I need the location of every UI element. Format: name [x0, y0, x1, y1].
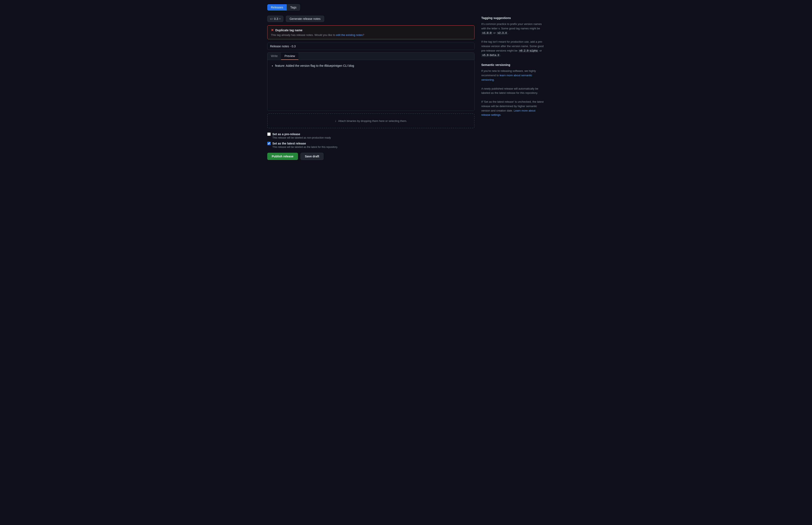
semantic-versioning-title: Semantic versioning — [481, 62, 545, 67]
latest-release-label-text: Set as the latest release — [272, 142, 306, 145]
tagging-paragraph-1: It's common practice to prefix your vers… — [481, 22, 545, 35]
publish-release-button[interactable]: Publish release — [267, 153, 298, 160]
checkbox-group: Set as a pre-release This release will b… — [267, 133, 475, 149]
tagging-p1-mid: or — [492, 31, 496, 34]
save-draft-button[interactable]: Save draft — [301, 153, 324, 160]
error-box: ✕ Duplicate tag name This tag already ha… — [267, 25, 475, 39]
pre-release-checkbox[interactable] — [267, 133, 271, 136]
tag-icon: 🏷 — [270, 17, 273, 20]
semantic-versioning-section: Semantic versioning If you're new to rel… — [481, 62, 545, 117]
attach-arrow-icon: ↓ — [335, 119, 336, 123]
editor-content: feature: Added the version flag to the t… — [267, 60, 474, 111]
editor-tab-preview[interactable]: Preview — [281, 52, 299, 60]
attach-text: Attach binaries by dropping them here or… — [338, 119, 407, 122]
tagging-paragraph-2: If the tag isn't meant for production us… — [481, 40, 545, 58]
semantic-paragraph-3: If 'Set as the latest release' is unchec… — [481, 100, 545, 117]
pre-release-description: This release will be labeled as non-prod… — [272, 136, 475, 139]
tagging-suggestions-title: Tagging suggestions — [481, 16, 545, 20]
tab-row: Releases Tags — [267, 4, 545, 11]
latest-release-label[interactable]: Set as the latest release — [267, 142, 475, 145]
editor-container: Write Preview feature: Added the version… — [267, 52, 475, 111]
semantic-paragraph-2: A newly published release will automatic… — [481, 87, 545, 95]
tagging-code3: v0.2.0-alpha — [518, 49, 539, 52]
tagging-code1: v1.0.0 — [481, 31, 492, 35]
right-sidebar: Tagging suggestions It's common practice… — [481, 16, 545, 122]
tagging-suggestions-section: Tagging suggestions It's common practice… — [481, 16, 545, 58]
latest-release-row: Set as the latest release This release w… — [267, 142, 475, 149]
tab-tags[interactable]: Tags — [287, 4, 300, 11]
latest-release-checkbox[interactable] — [267, 142, 271, 145]
list-item: feature: Added the version flag to the t… — [275, 63, 471, 68]
attach-binaries-area[interactable]: ↓ Attach binaries by dropping them here … — [267, 114, 475, 128]
latest-release-description: This release will be labeled as the late… — [272, 146, 475, 149]
pre-release-row: Set as a pre-release This release will b… — [267, 133, 475, 139]
tag-version-label: 0.3 — [274, 17, 278, 20]
error-title-text: Duplicate tag name — [275, 29, 302, 32]
error-description: This tag already has release notes. Woul… — [271, 33, 471, 36]
tagging-code2: v2.3.4 — [496, 31, 508, 35]
error-desc-end: ? — [363, 33, 364, 36]
editor-tab-row: Write Preview — [267, 52, 474, 60]
tab-releases[interactable]: Releases — [267, 4, 287, 11]
tag-row: 🏷 0.3 ▾ Generate release notes — [267, 16, 475, 22]
tagging-p1-start: It's common practice to prefix your vers… — [481, 22, 542, 30]
semantic-paragraph-1: If you're new to releasing software, we … — [481, 69, 545, 82]
pre-release-label-text: Set as a pre-release — [272, 133, 300, 136]
action-row: Publish release Save draft — [267, 153, 475, 160]
error-desc-start: This tag already has release notes. Woul… — [271, 33, 335, 36]
tagging-p1-end: . — [508, 31, 509, 34]
tag-selector[interactable]: 🏷 0.3 ▾ — [267, 16, 284, 22]
chevron-down-icon: ▾ — [279, 17, 280, 20]
error-x-icon: ✕ — [271, 28, 274, 32]
pre-release-label[interactable]: Set as a pre-release — [267, 133, 475, 136]
tagging-p2-end: . — [500, 54, 501, 57]
tagging-p2-mid: or — [539, 49, 542, 52]
tagging-code4: v5.9-beta.3 — [481, 54, 500, 57]
editor-tab-write[interactable]: Write — [267, 52, 281, 60]
edit-existing-notes-link[interactable]: edit the existing notes — [336, 33, 363, 36]
generate-release-notes-button[interactable]: Generate release notes — [286, 16, 324, 22]
left-column: 🏷 0.3 ▾ Generate release notes ✕ Duplica… — [267, 16, 475, 160]
release-title-input[interactable] — [267, 43, 475, 50]
main-layout: 🏷 0.3 ▾ Generate release notes ✕ Duplica… — [267, 16, 545, 160]
error-title: ✕ Duplicate tag name — [271, 28, 471, 32]
editor-list: feature: Added the version flag to the t… — [271, 63, 471, 68]
